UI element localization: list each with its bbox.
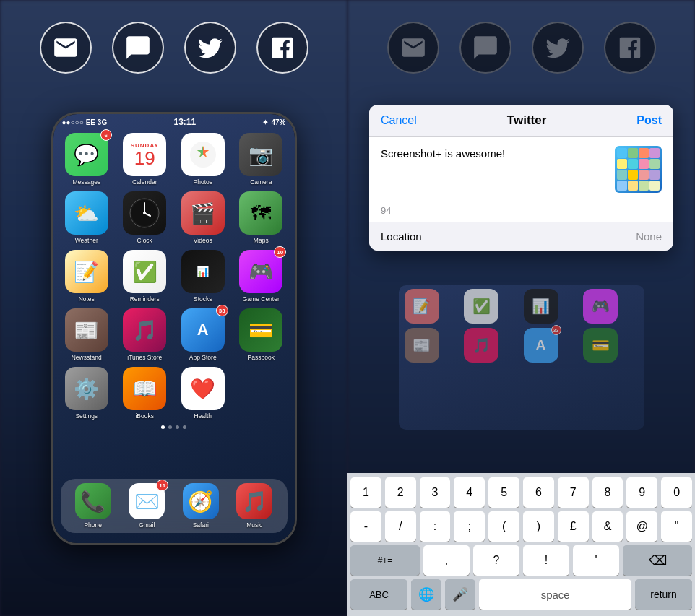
- key-mic[interactable]: 🎤: [445, 579, 475, 610]
- health-label: Health: [194, 412, 212, 420]
- weather-label: Weather: [75, 237, 98, 244]
- right-share-twitter: [532, 22, 584, 74]
- itunes-label: iTunes Store: [127, 354, 162, 361]
- app-photos[interactable]: Photos: [177, 133, 230, 186]
- key-at[interactable]: @: [626, 511, 657, 542]
- app-maps[interactable]: 🗺 Maps: [235, 191, 288, 244]
- char-count: 94: [369, 202, 673, 222]
- app-grid: 💬 6 Messages SUNDAY 19 Calendar: [53, 130, 295, 422]
- safari-label: Safari: [193, 521, 209, 529]
- app-passbook[interactable]: 💳 Passbook: [235, 308, 288, 361]
- key-7[interactable]: 7: [558, 477, 589, 508]
- mini-passbook: 💳: [583, 328, 618, 363]
- keyboard-row-symbols: - / : ; ( ) £ & @ ": [350, 511, 692, 542]
- gmail-label: Gmail: [139, 521, 155, 529]
- right-share-row: [348, 22, 695, 74]
- appstore-label: App Store: [189, 354, 217, 361]
- gamecenter-label: Game Center: [243, 295, 280, 303]
- screenshot-thumbnail: [615, 146, 662, 193]
- key-3[interactable]: 3: [420, 477, 451, 508]
- app-calendar[interactable]: SUNDAY 19 Calendar: [118, 133, 171, 186]
- right-phone-background: 📝 ✅ 📊 🎮 📰 🎵 A 33 💳: [399, 285, 644, 430]
- keyboard-row-special: #+= , ? ! ' ⌫: [350, 545, 692, 576]
- twitter-compose-dialog: Cancel Twitter Post Screenshot+ is aweso…: [369, 105, 673, 251]
- keyboard: 1 2 3 4 5 6 7 8 9 0 - / : ; ( ) £ & @ " …: [348, 473, 695, 616]
- key-slash[interactable]: /: [385, 511, 416, 542]
- app-videos[interactable]: 🎬 Videos: [177, 191, 230, 244]
- key-globe[interactable]: 🌐: [411, 579, 441, 610]
- gmail-badge: 11: [156, 480, 168, 491]
- key-0[interactable]: 0: [661, 477, 692, 508]
- stocks-label: Stocks: [194, 295, 212, 303]
- key-quote[interactable]: ": [661, 511, 692, 542]
- delete-button[interactable]: ⌫: [623, 545, 692, 576]
- app-reminders[interactable]: ✅ Reminders: [118, 250, 171, 303]
- key-rparen[interactable]: ): [523, 511, 554, 542]
- dock-phone[interactable]: 📞 Phone: [75, 483, 111, 529]
- key-ampersand[interactable]: &: [592, 511, 623, 542]
- tweet-text[interactable]: Screenshot+ is awesome!: [381, 146, 606, 194]
- key-dash[interactable]: -: [350, 511, 381, 542]
- key-question[interactable]: ?: [473, 545, 519, 576]
- share-message-button[interactable]: [112, 22, 164, 74]
- keyboard-row-bottom: ABC 🌐 🎤 space return: [350, 579, 692, 610]
- status-bar: ●●○○○ EE 3G 13:11 ✦ 47%: [53, 114, 295, 130]
- app-itunes[interactable]: 🎵 iTunes Store: [118, 308, 171, 361]
- app-stocks[interactable]: 📊 Stocks: [177, 250, 230, 303]
- phone-label: Phone: [84, 521, 102, 529]
- key-apostrophe[interactable]: ': [573, 545, 619, 576]
- page-dot-4: [183, 425, 186, 429]
- newsstand-label: Newsstand: [72, 354, 102, 361]
- cancel-button[interactable]: Cancel: [381, 114, 417, 127]
- share-facebook-button[interactable]: [256, 22, 308, 74]
- time: 13:11: [173, 117, 196, 127]
- mini-newsstand: 📰: [405, 328, 439, 363]
- dock-gmail[interactable]: ✉️ 11 Gmail: [129, 483, 165, 529]
- key-5[interactable]: 5: [488, 477, 519, 508]
- key-pound[interactable]: £: [558, 511, 589, 542]
- key-hashplus[interactable]: #+=: [350, 545, 420, 576]
- dock-music[interactable]: 🎵 Music: [236, 483, 272, 529]
- camera-label: Camera: [250, 178, 272, 186]
- key-space[interactable]: space: [479, 579, 631, 610]
- app-appstore[interactable]: A 33 App Store: [177, 308, 230, 361]
- key-8[interactable]: 8: [592, 477, 623, 508]
- app-camera[interactable]: 📷 Camera: [235, 133, 288, 186]
- key-semicolon[interactable]: ;: [454, 511, 485, 542]
- post-button[interactable]: Post: [636, 114, 662, 127]
- key-return[interactable]: return: [635, 579, 692, 610]
- location-value: None: [636, 230, 662, 243]
- app-health[interactable]: ❤️ Health: [177, 367, 230, 420]
- dialog-body: Screenshot+ is awesome!: [369, 137, 673, 202]
- mini-appstore: A 33: [524, 328, 558, 363]
- app-newsstand[interactable]: 📰 Newsstand: [61, 308, 113, 361]
- key-abc[interactable]: ABC: [350, 579, 407, 610]
- key-comma[interactable]: ,: [423, 545, 470, 576]
- app-clock[interactable]: Clock: [118, 191, 171, 244]
- calendar-label: Calendar: [132, 178, 157, 186]
- share-mail-button[interactable]: [40, 22, 92, 74]
- app-gamecenter[interactable]: 🎮 10 Game Center: [235, 250, 288, 303]
- key-9[interactable]: 9: [626, 477, 657, 508]
- mini-notes: 📝: [405, 289, 439, 324]
- app-settings[interactable]: ⚙️ Settings: [61, 367, 113, 420]
- app-notes[interactable]: 📝 Notes: [61, 250, 113, 303]
- key-lparen[interactable]: (: [488, 511, 519, 542]
- key-6[interactable]: 6: [523, 477, 554, 508]
- app-messages[interactable]: 💬 6 Messages: [61, 133, 113, 186]
- app-ibooks[interactable]: 📖 iBooks: [118, 367, 171, 420]
- key-exclaim[interactable]: !: [523, 545, 569, 576]
- dock-safari[interactable]: 🧭 Safari: [183, 483, 219, 529]
- key-2[interactable]: 2: [385, 477, 416, 508]
- clock-label: Clock: [137, 237, 152, 244]
- key-4[interactable]: 4: [454, 477, 485, 508]
- svg-point-5: [143, 212, 146, 214]
- app-weather[interactable]: ⛅ Weather: [61, 191, 113, 244]
- dock: 📞 Phone ✉️ 11 Gmail 🧭 Safari: [61, 479, 288, 533]
- page-dots: [53, 425, 295, 429]
- signal-dots: ●●○○○: [62, 118, 84, 126]
- key-1[interactable]: 1: [350, 477, 381, 508]
- key-colon[interactable]: :: [420, 511, 451, 542]
- page-dot-3: [176, 425, 179, 429]
- share-twitter-button[interactable]: [184, 22, 236, 74]
